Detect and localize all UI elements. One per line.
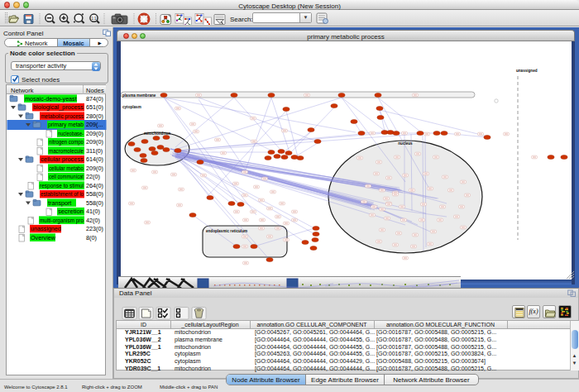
svg-text:558(0): 558(0) <box>86 190 103 198</box>
svg-text:cell communicat: cell communicat <box>49 173 84 180</box>
svg-text:nitrogen compo: nitrogen compo <box>49 138 84 146</box>
svg-text:nucleobase-: nucleobase- <box>58 130 84 137</box>
svg-text:plasma membrane: plasma membrane <box>122 93 156 98</box>
svg-text:transport: transport <box>48 199 71 207</box>
svg-text:311(0): 311(0) <box>86 147 103 155</box>
svg-text:209(0): 209(0) <box>86 165 103 172</box>
svg-text:primary metab: primary metab <box>48 121 84 128</box>
svg-text:macromolecule: macromolecule <box>49 147 84 155</box>
svg-text:mitochondrion: mitochondrion <box>144 131 170 136</box>
svg-text:264(0): 264(0) <box>86 182 103 189</box>
svg-text:secretion: secretion <box>58 208 84 215</box>
svg-text:multi-organism pro: multi-organism pro <box>40 217 84 224</box>
svg-text:mosaic-demo-yeast: mosaic-demo-yeast <box>25 95 77 103</box>
svg-text:209(0): 209(0) <box>86 138 103 146</box>
svg-text:biological_process: biological_process <box>33 103 84 111</box>
svg-text:1:1: 1:1 <box>91 17 97 21</box>
svg-text:41(0): 41(0) <box>86 208 100 215</box>
svg-text:Search:: Search: <box>230 16 253 23</box>
svg-text:response to stimul: response to stimul <box>40 182 84 189</box>
svg-text:558(0): 558(0) <box>86 199 103 207</box>
svg-text:endoplasmic reticulum: endoplasmic reticulum <box>206 229 247 233</box>
svg-text:establishment of lo: establishment of lo <box>41 190 84 198</box>
svg-text:874(0): 874(0) <box>86 95 103 103</box>
svg-text:cellular process: cellular process <box>41 155 84 163</box>
svg-text:8(0): 8(0) <box>86 234 97 241</box>
svg-text:unassigned: unassigned <box>516 69 538 73</box>
svg-text:651(0): 651(0) <box>86 103 103 111</box>
svg-text:209(...: 209(... <box>86 121 103 128</box>
svg-text:280(0): 280(0) <box>86 112 103 120</box>
svg-text:unassigned: unassigned <box>31 225 61 232</box>
svg-text:nucleus: nucleus <box>398 141 413 146</box>
svg-text:614(0): 614(0) <box>86 155 103 163</box>
svg-text:Overview: Overview <box>31 234 56 241</box>
svg-text:209(0): 209(0) <box>86 130 103 137</box>
svg-text:42(0): 42(0) <box>86 217 100 224</box>
svg-text:metabolic process: metabolic process <box>41 112 84 120</box>
svg-text:223(0): 223(0) <box>86 225 103 232</box>
svg-text:22(0): 22(0) <box>86 173 100 180</box>
svg-text:cytoplasm: cytoplasm <box>122 105 141 109</box>
svg-text:cellular metabo: cellular metabo <box>49 165 84 172</box>
